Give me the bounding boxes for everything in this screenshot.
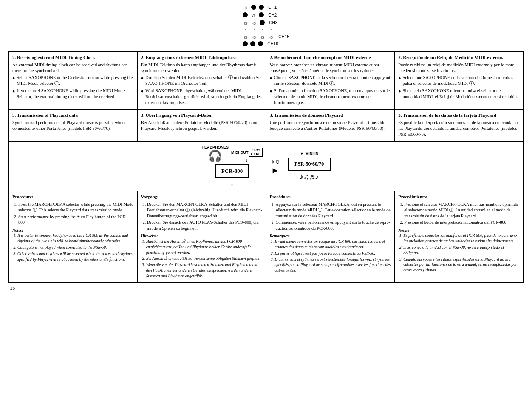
bullet-text: Select SAXOPHONE in the Orchestra sectio… bbox=[17, 75, 133, 87]
bullet-item: ● If you cancel SAXOPHONE while pressing… bbox=[12, 88, 134, 100]
note-2: La partie obligée n'est pas jouée lorsqu… bbox=[275, 251, 391, 256]
pcr-device: PCR-800 bbox=[215, 164, 249, 178]
bullet-dot: ● bbox=[141, 88, 144, 106]
dot bbox=[243, 12, 248, 17]
section3-col3: 3. Transmission de données Playcard Une … bbox=[266, 110, 395, 141]
procedure-col2-steps: Drücken Sie den MARCH/POLKA-Schalter und… bbox=[141, 202, 263, 231]
midi-out-label: MIDI OUT bbox=[231, 150, 249, 155]
dot bbox=[260, 20, 265, 25]
section2-col3-title: 2. Branchement d'un chronorupteur MIDI e… bbox=[270, 54, 391, 61]
section2-col1: 2. Receiving external MIDI Timing Clock … bbox=[9, 52, 138, 110]
bullet-text: Si cancela SAXOPHONE mientras pulsa el s… bbox=[403, 88, 520, 100]
sun-icon: ☼ bbox=[250, 12, 256, 18]
card-label: CARD bbox=[251, 152, 260, 156]
vdots: ⋮ bbox=[243, 27, 249, 32]
channel-row-ch3: ☼ ☼ CH3 bbox=[243, 20, 277, 25]
section2-col2-title: 2. Empfang eines externen MIDI-Taktimpul… bbox=[141, 54, 263, 61]
procedure-col4-steps: Presione el selector MARCH/POLKA mientra… bbox=[398, 202, 520, 225]
ch3-label: CH3 bbox=[269, 20, 277, 25]
note-1: Es preferible conectar los audifonos al … bbox=[403, 233, 520, 244]
notes-section: Notas: Es preferible conectar los audifo… bbox=[398, 228, 520, 273]
connection-arrow: ♪♫ ► bbox=[271, 158, 280, 175]
sun-icon: ☼ bbox=[243, 4, 249, 10]
sun-icon: ☼ bbox=[243, 34, 249, 39]
procedure-col4: Procedimiento: Presione el selector MARC… bbox=[395, 191, 524, 282]
psr-section: ▼ MIDI IN PSR-50/60/70 ♪♫♬♪ bbox=[288, 152, 331, 181]
bullet-text: If you cancel SAXOPHONE while pressing t… bbox=[17, 88, 133, 100]
bullet-item: ● Si cancela SAXOPHONE mientras pulsa el… bbox=[398, 88, 520, 100]
bullet-dot: ● bbox=[270, 88, 272, 106]
page: ☼ CH1 ☼ CH2 ☼ ☼ CH3 ⋮ ⋮ bbox=[0, 0, 532, 295]
bullet-text: Si l'on annule la fonction SAXOPHONE, to… bbox=[274, 88, 391, 106]
sun-icon: ☼ bbox=[260, 34, 266, 39]
section3-col2: 3. Übertragung von Playcard-Daten Bei An… bbox=[138, 110, 266, 141]
bullet-text: Drücken Sie den MIDI-Betriebsarten-schal… bbox=[145, 75, 262, 87]
down-arrow: ↓ bbox=[246, 158, 248, 163]
dots-row: ⋮ ⋮ ⋮ ⋮ bbox=[243, 27, 274, 32]
bullet-dot: ● bbox=[12, 88, 15, 100]
bullet-text: Choisir SAXOPHONE de la section orchestr… bbox=[274, 75, 391, 87]
dot bbox=[251, 5, 256, 10]
note-2: Bei Anschluß an das PSR-50 werden keine … bbox=[146, 256, 263, 262]
notes-list: Hierbei ist der Anschluß eines Kopfhörer… bbox=[141, 239, 263, 279]
section3-col3-body: Une performance synchronisée de musique … bbox=[270, 120, 391, 132]
procedure-col1: Procedure: Press the MARCH/POLKA selecto… bbox=[9, 191, 138, 282]
section3-col1: 3. Transmission of Playcard data Synchro… bbox=[9, 110, 138, 141]
procedure-col2: Vorgang: Drücken Sie den MARCH/POLKA-Sch… bbox=[138, 191, 266, 282]
note-2: Si se conecta la unidad con el PSR-30, n… bbox=[403, 245, 520, 256]
pcr-label: PCR-800 bbox=[221, 168, 243, 174]
bullet-dot: ● bbox=[398, 75, 401, 87]
ch2-label: CH2 bbox=[268, 13, 277, 17]
notes-list: Il vaut mieux connecter un casque au PCR… bbox=[270, 239, 391, 273]
bullet-item: ● Seleccione SAXOPHONE en la sección de … bbox=[398, 75, 520, 87]
dot bbox=[259, 12, 264, 17]
section3-col4-title: 3. Transmisión de los datos de la tarjet… bbox=[398, 112, 520, 118]
note-1: Hierbei ist der Anschluß eines Kopfhörer… bbox=[146, 239, 263, 255]
ch1-label: CH1 bbox=[268, 5, 277, 10]
vdots: ⋮ bbox=[268, 27, 274, 32]
midi-in-text: MIDI IN bbox=[306, 152, 319, 156]
procedure-grid: Procedure: Press the MARCH/POLKA selecto… bbox=[8, 191, 524, 282]
notes-section: Remarques: Il vaut mieux connecter un ca… bbox=[270, 233, 391, 273]
bullet-dot: ● bbox=[12, 75, 15, 87]
play-label: PLAY bbox=[251, 148, 260, 152]
headphones-col: HEADPHONES 🎧 bbox=[201, 145, 229, 163]
section3-col1-title: 3. Transmission of Playcard data bbox=[12, 112, 134, 118]
step-1: Press the MARCH/POLKA selector while pre… bbox=[18, 202, 134, 213]
step-2: Presione el botón de interpretación auto… bbox=[404, 219, 520, 225]
speaker-notes-icon: ♪♫♬♪ bbox=[300, 172, 319, 181]
notes-title: Remarques: bbox=[270, 233, 391, 239]
notes-title: Notes: bbox=[12, 228, 134, 233]
notes-list: Es preferible conectar los audifonos al … bbox=[398, 233, 520, 273]
dot bbox=[243, 41, 248, 46]
bullet-item: ● Choisir SAXOPHONE de la section orches… bbox=[270, 75, 391, 87]
channel-row-ch2: ☼ CH2 bbox=[243, 12, 277, 18]
vdots: ⋮ bbox=[260, 27, 266, 32]
bullet-text: Seleccione SAXOPHONE en la sección de Or… bbox=[403, 75, 520, 87]
midi-out-col: MIDI OUT PLAY CARD ↓ bbox=[231, 148, 263, 163]
headphone-icon: 🎧 bbox=[208, 149, 222, 163]
ch15-label: CH15 bbox=[278, 34, 289, 39]
section2-col1-title: 2. Receiving external MIDI Timing Clock bbox=[12, 54, 134, 61]
section2-col4: 2. Recepción de un Reloj de Medición MID… bbox=[395, 52, 524, 110]
down-arrow2: ↓ bbox=[230, 179, 234, 188]
notes-list: It is better to connect headphones to th… bbox=[12, 233, 134, 262]
step-1: Presione el selector MARCH/POLKA mientra… bbox=[404, 202, 520, 219]
note-2: Obbligato is not played when connected t… bbox=[17, 245, 134, 250]
dot bbox=[250, 41, 255, 46]
sun-icon: ☼ bbox=[251, 20, 257, 25]
channel-row-ch1: ☼ CH1 bbox=[243, 4, 277, 10]
channel-diagram: ☼ CH1 ☼ CH2 ☼ ☼ CH3 ⋮ ⋮ bbox=[243, 4, 289, 46]
notes-title: Notas: bbox=[398, 228, 520, 233]
bullet-text: Wird SAXOPHONE abgeschaltat, während der… bbox=[145, 88, 262, 106]
bullet-item: ● Si l'on annule la fonction SAXOPHONE, … bbox=[270, 88, 391, 106]
note-3: D'autres voix et rythmes seront sélectio… bbox=[275, 257, 391, 273]
sun-icon: ☼ bbox=[251, 34, 257, 39]
section2-col1-body: An external MIDI timing clock can be rec… bbox=[12, 62, 134, 74]
bullet-item: ● Select SAXOPHONE in the Orchestra sect… bbox=[12, 75, 134, 87]
section3-col3-title: 3. Transmission de données Playcard bbox=[270, 112, 391, 118]
step-2: Start performance by pressing the Auto P… bbox=[18, 214, 134, 225]
right-arrow-icon: ► bbox=[271, 166, 280, 175]
section3-col4: 3. Transmisión de los datos de la tarjet… bbox=[395, 110, 524, 141]
note-1: It is better to connect headphones to th… bbox=[17, 233, 134, 244]
